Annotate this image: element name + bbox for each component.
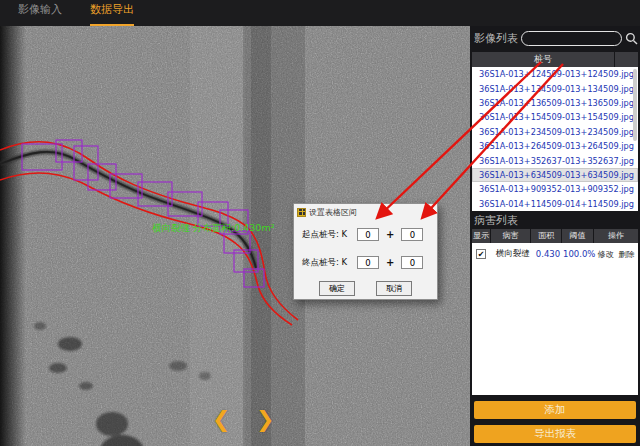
col-show: 显示 bbox=[472, 229, 490, 243]
list-item[interactable]: 36S1A-013+134509-013+134509.jpg bbox=[472, 81, 638, 95]
col-operation: 操作 bbox=[594, 229, 638, 243]
table-row: ✔ 横向裂缝 0.430 100.0% 修改 删除 bbox=[472, 243, 638, 265]
app-window: 影像输入 数据导出 bbox=[0, 0, 640, 446]
end-stake-m-input[interactable] bbox=[401, 256, 423, 269]
ok-button[interactable]: 确定 bbox=[319, 281, 355, 296]
start-stake-row: 起点桩号: K + bbox=[302, 228, 437, 241]
image-dark-edge bbox=[0, 26, 26, 446]
list-item[interactable]: 36S1A-013+264509-013+264509.jpg bbox=[472, 139, 638, 153]
list-item-selected[interactable]: 36S1A-013+634509-013+634509.jpg bbox=[472, 168, 638, 182]
scrollbar-thumb[interactable] bbox=[633, 69, 637, 141]
export-report-button[interactable]: 导出报表 bbox=[474, 425, 636, 443]
image-list-title: 影像列表 bbox=[474, 31, 518, 46]
col-defect: 病害 bbox=[491, 229, 530, 243]
list-item[interactable]: 36S1A-013+154509-013+154509.jpg bbox=[472, 110, 638, 124]
table-icon bbox=[297, 208, 306, 217]
list-item[interactable]: 36S1A-014+114509-014+114509.jpg bbox=[472, 197, 638, 211]
next-image-button[interactable]: ❯ bbox=[256, 407, 274, 432]
list-item[interactable]: 36S1A-013+124509-013+124509.jpg bbox=[472, 67, 638, 81]
defect-list-title: 病害列表 bbox=[472, 213, 638, 229]
dialog-titlebar[interactable]: 设置表格区间 × bbox=[294, 204, 437, 219]
tab-image-input[interactable]: 影像输入 bbox=[18, 0, 62, 26]
col-area: 面积(m²) bbox=[531, 229, 561, 243]
list-item[interactable]: 36S1A-013+234509-013+234509.jpg bbox=[472, 125, 638, 139]
topbar: 影像输入 数据导出 bbox=[0, 0, 640, 26]
image-list: 36S1A-013+124509-013+124509.jpg 36S1A-01… bbox=[472, 67, 638, 211]
stake-column-header: 桩号 bbox=[472, 52, 614, 67]
end-stake-label: 终点桩号: K bbox=[302, 257, 357, 269]
delete-link[interactable]: 删除 bbox=[619, 249, 635, 260]
extra-column-header bbox=[615, 52, 638, 67]
right-panel: 影像列表 桩号 36S1A-013+124509-013+124509.jpg … bbox=[470, 26, 640, 446]
defect-threshold: 100.0% bbox=[563, 249, 594, 259]
edit-link[interactable]: 修改 bbox=[598, 249, 614, 260]
col-threshold: 阈值 bbox=[562, 229, 593, 243]
end-stake-km-input[interactable] bbox=[357, 256, 379, 269]
crack-area-label: 横向裂缝 分布面积:0.430m² bbox=[152, 222, 275, 233]
end-stake-row: 终点桩号: K + bbox=[302, 256, 437, 269]
search-input[interactable] bbox=[521, 31, 622, 46]
close-icon[interactable]: × bbox=[424, 207, 434, 217]
dialog-title: 设置表格区间 bbox=[309, 207, 421, 218]
prev-image-button[interactable]: ❮ bbox=[212, 407, 230, 432]
list-item[interactable]: 36S1A-013+909352-013+909352.jpg bbox=[472, 182, 638, 196]
list-item[interactable]: 36S1A-013+136509-013+136509.jpg bbox=[472, 96, 638, 110]
image-list-header: 桩号 bbox=[472, 52, 638, 67]
start-stake-label: 起点桩号: K bbox=[302, 229, 357, 241]
search-icon[interactable] bbox=[625, 32, 638, 45]
defect-table-header: 显示 病害 面积(m²) 阈值 操作 bbox=[472, 229, 638, 243]
tab-data-export[interactable]: 数据导出 bbox=[90, 0, 134, 26]
start-stake-m-input[interactable] bbox=[401, 228, 423, 241]
defect-name: 横向裂缝 bbox=[490, 248, 533, 260]
image-viewer[interactable]: 横向裂缝 分布面积:0.430m² 设置表格区间 × 起点桩号: K + 终点桩… bbox=[0, 26, 470, 446]
defect-visible-checkbox[interactable]: ✔ bbox=[476, 249, 486, 259]
defect-table-body: ✔ 横向裂缝 0.430 100.0% 修改 删除 bbox=[472, 243, 638, 395]
cancel-button[interactable]: 取消 bbox=[376, 281, 412, 296]
start-stake-km-input[interactable] bbox=[357, 228, 379, 241]
defect-area: 0.430 bbox=[533, 249, 563, 259]
list-item[interactable]: 36S1A-013+352637-013+352637.jpg bbox=[472, 153, 638, 167]
add-button[interactable]: 添加 bbox=[474, 401, 636, 419]
set-range-dialog: 设置表格区间 × 起点桩号: K + 终点桩号: K + 确定 取消 bbox=[293, 203, 438, 300]
plus-sign: + bbox=[386, 229, 394, 240]
plus-sign: + bbox=[386, 257, 394, 268]
